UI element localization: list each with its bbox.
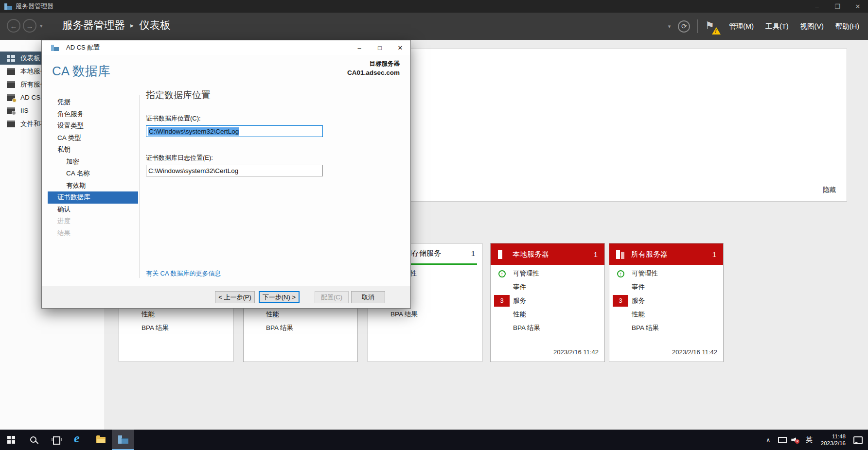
alert-count-badge: 3 [613,295,628,307]
tile-row[interactable]: BPA 结果 [368,308,482,321]
wizard-step[interactable]: 有效期 [48,180,138,192]
tile-header[interactable]: 本地服务器1 [491,243,604,265]
dialog-titlebar[interactable]: AD CS 配置 – □ ✕ [42,40,410,55]
wizard-step[interactable]: CA 名称 [48,168,138,180]
adcs-config-dialog: AD CS 配置 – □ ✕ CA 数据库 目标服务器 CA01.adsec.c… [41,40,411,309]
clock[interactable]: 11:48 2023/2/16 [816,433,850,447]
tile-row[interactable]: 3服务 [609,294,723,308]
tile-row-label: BPA 结果 [142,324,169,332]
cancel-button[interactable]: 取消 [351,291,385,303]
tile-header[interactable]: 所有服务器1 [609,243,723,265]
minimize-icon[interactable]: – [807,0,827,13]
wizard-divider [139,95,140,278]
tile-row[interactable]: 性能 [119,308,233,321]
ime-indicator[interactable]: 英 [802,430,816,450]
tile-row[interactable]: 事件 [609,280,723,294]
tile-row-label: 性能 [513,310,526,319]
sidebar-item-label: 仪表板 [20,54,40,63]
taskbar: ∧ 英 11:48 2023/2/16 [0,430,868,450]
db-location-input[interactable]: C:\Windows\system32\CertLog [146,125,323,137]
log-location-input[interactable]: C:\Windows\system32\CertLog [146,165,323,176]
nav-history: ← → ▾ [7,19,43,33]
next-button[interactable]: 下一步(N) > [259,291,300,303]
tile-row[interactable]: BPA 结果 [244,321,357,335]
manageability-up-icon: ↑ [617,270,624,277]
wizard-step[interactable]: 凭据 [48,96,138,108]
menu-tools[interactable]: 工具(T) [765,22,789,31]
wizard-step[interactable]: 私钥 [48,144,138,156]
dialog-title: AD CS 配置 [66,43,100,52]
restore-icon[interactable]: ❐ [827,0,848,13]
row-icon-slot: ↑ [609,270,632,277]
tile-title[interactable]: 所有服务器 [631,250,668,259]
tile-row[interactable]: BPA 结果 [119,321,233,335]
nav-dropdown-caret-icon[interactable]: ▾ [668,23,671,30]
task-view-icon [52,436,60,443]
tile-row[interactable]: ↑可管理性 [491,267,604,280]
clock-time: 11:48 [821,433,846,440]
tile-row[interactable]: 性能 [244,308,357,321]
network-icon[interactable] [775,430,789,450]
task-view-button[interactable] [45,430,67,450]
sidebar-item-label: IIS [20,107,29,114]
wizard-step[interactable]: 角色服务 [48,108,138,121]
tile-row[interactable]: 3服务 [491,294,604,308]
warning-triangle-icon [712,27,721,35]
tile-row[interactable]: 性能 [491,308,604,321]
tile-row[interactable]: BPA 结果 [491,321,604,335]
tile-row-label: 服务 [632,296,645,305]
tile-row-label: 事件 [632,283,645,292]
menu-manage[interactable]: 管理(M) [729,22,754,31]
internet-explorer-icon [73,434,84,446]
tile-row[interactable]: BPA 结果 [609,321,723,335]
wizard-step[interactable]: 证书数据库 [48,191,138,204]
breadcrumb-separator-icon: ▸ [130,21,134,29]
previous-button[interactable]: < 上一步(P) [215,291,255,303]
wizard-step[interactable]: 加密 [48,156,138,168]
wizard-step[interactable]: 确认 [48,204,138,216]
section-heading: 指定数据库位置 [146,89,399,102]
dialog-close-icon[interactable]: ✕ [390,40,410,55]
taskbar-search-button[interactable] [22,430,45,450]
tile-row-label: BPA 结果 [632,324,659,332]
dialog-maximize-icon[interactable]: □ [370,40,390,55]
breadcrumb-root[interactable]: 服务器管理器 [62,18,125,32]
target-server-name: CA01.adsec.com [347,69,400,76]
start-button[interactable] [0,430,22,450]
tile-row-label: BPA 结果 [266,324,293,332]
all-servers-tile: 所有服务器1↑可管理性事件3服务性能BPA 结果2023/2/16 11:42 [609,243,724,362]
wizard-page-title: CA 数据库 [52,63,110,80]
tile-rows: ↑可管理性事件3服务性能BPA 结果 [491,265,604,335]
menu-view[interactable]: 视图(V) [800,22,824,31]
action-center-icon[interactable] [850,430,864,450]
hide-welcome-link[interactable]: 隐藏 [823,186,836,194]
tile-row-label: 事件 [513,283,526,292]
more-info-link[interactable]: 有关 CA 数据库的更多信息 [146,269,221,278]
history-caret-icon[interactable]: ▾ [40,23,43,29]
tile-rows: ↑可管理性事件3服务性能BPA 结果 [609,265,723,335]
all-servers-tile-icon [616,250,624,259]
internet-explorer-button[interactable] [67,430,89,450]
tile-row[interactable]: 事件 [491,280,604,294]
volume-muted-icon[interactable] [789,430,802,450]
wizard-step[interactable]: CA 类型 [48,132,138,144]
wizard-step[interactable]: 设置类型 [48,120,138,132]
refresh-icon[interactable]: ⟳ [678,20,690,33]
tile-row-label: 服务 [513,296,526,305]
wizard-step: 进度 [48,215,138,227]
notifications-flag-icon[interactable]: ⚑ [705,19,718,34]
tray-chevron-icon[interactable]: ∧ [762,430,775,450]
server-manager-taskbar-button[interactable] [112,430,134,450]
adcs-dialog-icon [51,45,59,51]
tile-row[interactable]: 性能 [609,308,723,321]
back-icon[interactable]: ← [7,19,20,33]
close-icon[interactable]: ✕ [848,0,868,13]
tile-row[interactable]: ↑可管理性 [609,267,723,280]
tile-title[interactable]: 本地服务器 [513,250,549,259]
file-explorer-button[interactable] [89,430,112,450]
dialog-window-controls: – □ ✕ [349,40,410,55]
forward-icon[interactable]: → [23,19,36,33]
menu-help[interactable]: 帮助(H) [835,22,859,31]
dialog-minimize-icon[interactable]: – [349,40,370,55]
tile-row-label: BPA 结果 [390,310,418,319]
